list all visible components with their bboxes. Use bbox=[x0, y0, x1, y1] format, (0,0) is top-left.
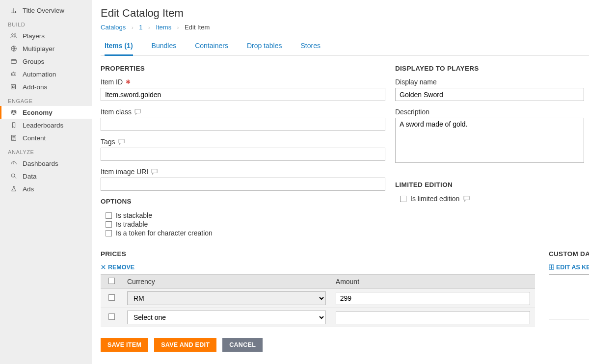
custom-data-edit-link[interactable]: EDIT AS KEY/VA bbox=[549, 264, 589, 271]
breadcrumb: Catalogs › 1 › Items › Edit Item bbox=[101, 24, 589, 31]
display-name-label: Display name bbox=[395, 78, 584, 86]
sidebar-item-label: Multiplayer bbox=[23, 45, 54, 52]
item-id-label: Item ID✱ bbox=[101, 78, 385, 86]
display-name-input[interactable] bbox=[395, 88, 584, 101]
svg-rect-14 bbox=[464, 196, 469, 200]
option-label: Is stackable bbox=[116, 211, 152, 219]
robot-icon bbox=[10, 70, 18, 78]
svg-rect-8 bbox=[12, 86, 14, 88]
sidebar-item-dashboards[interactable]: Dashboards bbox=[0, 157, 92, 170]
save-item-button[interactable]: SAVE ITEM bbox=[101, 338, 148, 352]
sidebar-item-content[interactable]: Content bbox=[0, 131, 92, 144]
comment-icon bbox=[134, 109, 141, 115]
row-checkbox[interactable] bbox=[108, 294, 115, 301]
sidebar-item-groups[interactable]: Groups bbox=[0, 55, 92, 68]
item-id-input[interactable] bbox=[101, 88, 385, 101]
sidebar-section-build-header: BUILD bbox=[0, 17, 92, 29]
option-label: Is limited edition bbox=[410, 195, 459, 203]
tags-input[interactable] bbox=[101, 148, 385, 161]
svg-point-0 bbox=[12, 34, 14, 36]
option-tradable[interactable]: Is tradable bbox=[101, 220, 385, 229]
prices-table: Currency Amount RM bbox=[101, 274, 535, 327]
document-icon bbox=[10, 134, 18, 142]
tab-drop-tables[interactable]: Drop tables bbox=[247, 38, 282, 55]
puzzle-icon bbox=[10, 83, 18, 91]
tags-label: Tags bbox=[101, 138, 385, 146]
breadcrumb-catalogs[interactable]: Catalogs bbox=[101, 24, 126, 31]
comment-icon bbox=[463, 196, 470, 202]
sidebar-item-label: Leaderboards bbox=[23, 122, 63, 129]
sidebar-item-players[interactable]: Players bbox=[0, 29, 92, 42]
option-token[interactable]: Is a token for character creation bbox=[101, 229, 385, 237]
sidebar-item-label: Economy bbox=[23, 109, 53, 116]
sidebar-section-engage-header: ENGAGE bbox=[0, 93, 92, 106]
page-title: Edit Catalog Item bbox=[101, 7, 589, 20]
svg-rect-13 bbox=[152, 169, 157, 173]
custom-data-box[interactable] bbox=[549, 274, 589, 319]
svg-point-5 bbox=[13, 74, 13, 74]
image-uri-input[interactable] bbox=[101, 178, 385, 191]
stack-icon bbox=[10, 108, 18, 116]
breadcrumb-catalog-id[interactable]: 1 bbox=[139, 24, 142, 31]
option-label: Is tradable bbox=[116, 220, 148, 228]
svg-point-10 bbox=[11, 174, 15, 177]
tab-stores[interactable]: Stores bbox=[300, 38, 320, 55]
limited-header: LIMITED EDITION bbox=[395, 181, 584, 188]
tab-items[interactable]: Items (1) bbox=[105, 38, 133, 55]
tab-bundles[interactable]: Bundles bbox=[152, 38, 177, 55]
row-checkbox[interactable] bbox=[108, 313, 115, 320]
chevron-right-icon: › bbox=[132, 25, 134, 30]
sidebar-item-label: Add-ons bbox=[23, 83, 47, 91]
currency-select[interactable]: Select one bbox=[127, 311, 326, 324]
table-row: RM bbox=[101, 289, 535, 308]
checkbox-icon[interactable] bbox=[400, 196, 406, 202]
sidebar-item-automation[interactable]: Automation bbox=[0, 68, 92, 80]
sidebar-item-label: Dashboards bbox=[23, 160, 58, 167]
table-row: Select one bbox=[101, 308, 535, 327]
tabbar: Items (1) Bundles Containers Drop tables… bbox=[101, 38, 589, 56]
flask-icon bbox=[10, 185, 18, 193]
amount-input[interactable] bbox=[336, 292, 530, 305]
bookmark-icon bbox=[10, 121, 18, 129]
amount-input[interactable] bbox=[336, 311, 530, 324]
option-label: Is a token for character creation bbox=[116, 229, 213, 237]
grid-icon bbox=[549, 264, 554, 270]
sidebar-item-multiplayer[interactable]: Multiplayer bbox=[0, 42, 92, 55]
description-input[interactable] bbox=[395, 118, 584, 163]
search-icon bbox=[10, 172, 18, 180]
prices-remove-link[interactable]: REMOVE bbox=[101, 264, 134, 271]
item-class-input[interactable] bbox=[101, 118, 385, 131]
comment-icon bbox=[151, 169, 158, 175]
sidebar-item-title-overview[interactable]: Title Overview bbox=[0, 4, 92, 17]
tab-containers[interactable]: Containers bbox=[195, 38, 228, 55]
option-stackable[interactable]: Is stackable bbox=[101, 211, 385, 220]
option-limited[interactable]: Is limited edition bbox=[395, 194, 584, 203]
currency-select[interactable]: RM bbox=[127, 291, 326, 305]
sidebar-item-ads[interactable]: Ads bbox=[0, 182, 92, 195]
item-class-label: Item class bbox=[101, 108, 385, 116]
cancel-button[interactable]: CANCEL bbox=[222, 338, 263, 352]
sidebar-item-data[interactable]: Data bbox=[0, 170, 92, 182]
folder-icon bbox=[10, 57, 18, 65]
sidebar-item-label: Automation bbox=[23, 71, 56, 78]
checkbox-all[interactable] bbox=[108, 278, 115, 284]
checkbox-icon[interactable] bbox=[106, 212, 112, 219]
svg-rect-4 bbox=[12, 73, 16, 76]
sidebar-item-leaderboards[interactable]: Leaderboards bbox=[0, 119, 92, 131]
svg-rect-7 bbox=[11, 85, 16, 89]
svg-rect-3 bbox=[11, 60, 17, 64]
globe-icon bbox=[10, 45, 18, 52]
svg-rect-11 bbox=[135, 109, 140, 113]
svg-rect-12 bbox=[119, 139, 124, 143]
properties-header: PROPERTIES bbox=[101, 65, 385, 72]
chart-bar-icon bbox=[10, 6, 18, 14]
sidebar-item-economy[interactable]: Economy bbox=[0, 106, 92, 119]
sidebar-item-label: Title Overview bbox=[23, 7, 64, 14]
checkbox-icon[interactable] bbox=[106, 221, 112, 228]
people-icon bbox=[10, 32, 18, 40]
save-and-edit-button[interactable]: SAVE AND EDIT bbox=[154, 338, 216, 352]
checkbox-icon[interactable] bbox=[106, 230, 112, 236]
breadcrumb-items[interactable]: Items bbox=[156, 24, 171, 31]
svg-point-6 bbox=[14, 74, 15, 74]
sidebar-item-addons[interactable]: Add-ons bbox=[0, 80, 92, 93]
